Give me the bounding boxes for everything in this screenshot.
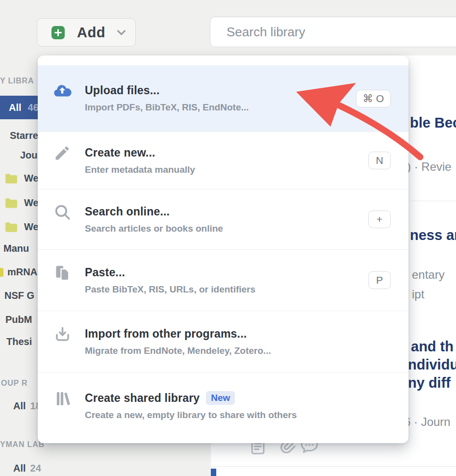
shortcut-badge: ⌘ O: [356, 90, 391, 107]
cloud-upload-icon: [51, 81, 73, 102]
sidebar-folder-label: We: [24, 173, 39, 184]
sidebar-item-label: All: [9, 102, 22, 113]
menu-item-subtitle: Migrate from EndNote, Mendeley, Zotero..…: [85, 345, 271, 356]
pencil-icon: [51, 144, 73, 162]
menu-item-subtitle: Paste BibTeX, RIS, URLs, or identifiers: [85, 284, 255, 295]
sidebar-folder[interactable]: We: [5, 197, 39, 209]
list-divider: [211, 466, 456, 467]
menu-item-upload-files[interactable]: Upload files... Import PDFs, BibTeX, RIS…: [38, 65, 408, 132]
menu-item-title: Upload files...: [85, 84, 249, 97]
sidebar-folder-label: We: [24, 221, 39, 233]
paper-meta-fragment: ipt: [412, 288, 424, 301]
sidebar-item-count: 24: [30, 463, 41, 474]
shortcut-badge: P: [368, 271, 391, 289]
paper-meta-fragment: ) · Revie: [407, 160, 452, 174]
menu-item-title: Paste...: [85, 266, 255, 279]
menu-item-subtitle: Import PDFs, BibTeX, RIS, EndNote...: [85, 102, 249, 113]
sidebar-item-pubmed[interactable]: PubM: [5, 314, 32, 325]
sidebar-item-manuscripts[interactable]: Manu: [3, 243, 29, 254]
menu-item-import-programs[interactable]: Import from other programs... Migrate fr…: [38, 311, 408, 372]
paper-meta-fragment: 6 · Journ: [404, 415, 451, 429]
shortcut-badge: N: [368, 152, 391, 169]
menu-item-title: Import from other programs...: [85, 327, 271, 341]
paper-title-fragment: ble Bec: [410, 115, 456, 131]
menu-item-title: Create new...: [85, 146, 195, 159]
folder-icon: [5, 222, 18, 233]
import-download-icon: [51, 325, 73, 344]
menu-item-search-online[interactable]: Search online... Search articles or book…: [38, 189, 408, 249]
list-divider: [411, 201, 456, 201]
menu-item-title: Search online...: [85, 205, 223, 218]
sidebar-section-my-library: Y LIBRA: [0, 77, 34, 85]
sidebar-item-nsf-grant[interactable]: NSF G: [4, 290, 34, 301]
sidebar-folder-label: We: [24, 197, 39, 209]
clipboard-icon: [51, 264, 73, 282]
app-window: Y LIBRA All 46 Starre Journ We We We Man…: [0, 0, 456, 476]
paper-title-fragment: ness an: [410, 227, 456, 243]
chevron-down-icon: [115, 26, 128, 39]
sidebar-item-lab-all[interactable]: All24: [13, 463, 41, 474]
add-button[interactable]: Add: [37, 18, 136, 47]
search-input[interactable]: [210, 17, 456, 47]
add-button-label: Add: [77, 25, 105, 41]
shortcut-badge: +: [368, 211, 391, 228]
folder-icon: [5, 198, 18, 209]
sidebar-section-lab: YMAN LAB: [0, 440, 45, 449]
menu-item-subtitle: Search articles or books online: [85, 223, 223, 234]
search-library-box: [210, 17, 456, 47]
sidebar-section-group: OUP R: [1, 379, 27, 388]
paper-meta-fragment: entary: [412, 268, 445, 282]
paper-title-fragment: and th: [411, 339, 454, 355]
sidebar-item-starred[interactable]: Starre: [10, 130, 38, 141]
folder-icon: [5, 173, 18, 184]
menu-item-subtitle: Enter metadata manually: [85, 164, 195, 175]
sidebar-folder[interactable]: We: [5, 221, 39, 233]
sidebar-item-thesis[interactable]: Thesi: [6, 336, 32, 347]
menu-item-create-shared-library[interactable]: Create shared library New Create a new, …: [38, 372, 408, 439]
menu-item-title: Create shared library: [85, 392, 200, 405]
label-color-chip: [0, 268, 3, 277]
menu-item-paste[interactable]: Paste... Paste BibTeX, RIS, URLs, or ide…: [38, 249, 408, 311]
selected-row-indicator: [211, 469, 216, 476]
sidebar-item-label: All: [13, 400, 26, 411]
sidebar-item-mrna[interactable]: mRNA: [7, 266, 37, 278]
sidebar-folder[interactable]: We: [5, 173, 39, 184]
menu-item-create-new[interactable]: Create new... Enter metadata manually N: [38, 132, 408, 189]
sidebar-item-label: All: [13, 463, 26, 474]
library-books-icon: [51, 390, 73, 407]
plus-icon: [51, 26, 65, 39]
add-dropdown-menu: Upload files... Import PDFs, BibTeX, RIS…: [38, 55, 408, 443]
paper-title-fragment: ny diff: [408, 375, 451, 391]
new-badge: New: [206, 391, 235, 405]
menu-item-subtitle: Create a new, empty library to share wit…: [85, 410, 297, 421]
sidebar-item-group-all[interactable]: All18: [13, 400, 41, 412]
paper-title-fragment: ndividu: [408, 357, 456, 373]
sidebar-item-count: 46: [28, 102, 39, 113]
search-icon: [51, 203, 73, 221]
